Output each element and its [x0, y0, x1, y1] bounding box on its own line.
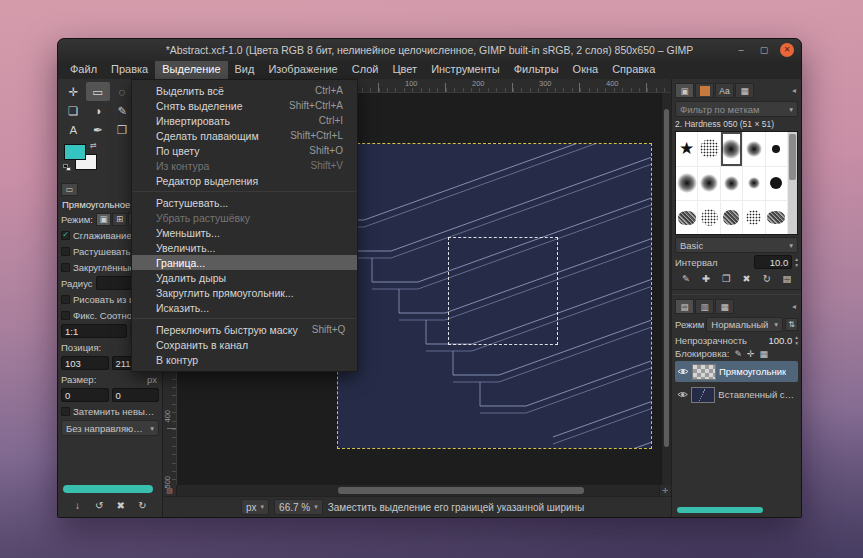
layer-mode-combo[interactable]: Нормальный ▾ — [706, 317, 783, 332]
menu-select[interactable]: Выделение — [155, 61, 227, 79]
spin-down-icon[interactable]: ▾ — [795, 262, 798, 268]
layer-thumbnail[interactable] — [692, 364, 716, 380]
layer-row-pasted[interactable]: Вставленный слой — [675, 384, 798, 405]
menu-item-select-all[interactable]: Выделить всё Ctrl+A — [132, 83, 357, 98]
vertical-scrollbar[interactable] — [661, 93, 671, 485]
menu-tools[interactable]: Инструменты — [424, 61, 507, 79]
menu-item-select-none[interactable]: Снять выделение Shift+Ctrl+A — [132, 98, 357, 113]
brush-thumbnail[interactable] — [698, 132, 720, 167]
spin-down-icon[interactable]: ▾ — [795, 340, 798, 346]
brush-thumbnail[interactable] — [721, 201, 743, 234]
new-brush-icon[interactable]: ✚ — [698, 271, 714, 286]
feather-checkbox[interactable] — [61, 247, 70, 256]
gradients-tab-icon[interactable]: ▦ — [735, 83, 754, 98]
fixed-checkbox[interactable] — [61, 311, 70, 320]
visibility-eye-icon[interactable] — [677, 367, 689, 376]
edit-brush-icon[interactable]: ✎ — [678, 271, 694, 286]
guides-combo[interactable]: Без направляющих ▾ — [61, 420, 159, 436]
menu-view[interactable]: Вид — [228, 61, 262, 79]
brush-thumbnail[interactable] — [721, 167, 743, 202]
visibility-eye-icon[interactable] — [677, 390, 688, 399]
highlight-checkbox[interactable] — [61, 407, 70, 416]
zoom-combo[interactable]: 66.7 % ▾ — [274, 499, 323, 515]
menu-colors[interactable]: Цвет — [385, 61, 424, 79]
brush-thumbnail-selected[interactable] — [721, 132, 743, 167]
menu-item-selection-editor[interactable]: Редактор выделения — [132, 173, 357, 188]
menu-item-by-color[interactable]: По цвету Shift+O — [132, 143, 357, 158]
move-tool-icon[interactable]: ✛ — [61, 82, 86, 101]
image-layer-boundary[interactable] — [338, 144, 651, 448]
brush-thumbnail[interactable] — [698, 201, 720, 234]
brush-thumbnail-star[interactable]: ★ — [676, 132, 698, 167]
layers-hscrollbar[interactable] — [677, 507, 763, 513]
menu-item-rounded-rectangle[interactable]: Закруглить прямоугольник... — [132, 285, 357, 300]
brush-thumbnail[interactable] — [743, 132, 765, 167]
brushes-tab-icon[interactable]: ▣ — [675, 83, 694, 98]
lock-position-icon[interactable]: ✛ — [747, 349, 755, 359]
dock-splitter[interactable] — [672, 289, 801, 295]
duplicate-brush-icon[interactable]: ❐ — [718, 271, 734, 286]
layer-row-rectangle[interactable]: Прямоугольник — [675, 361, 798, 382]
layer-name[interactable]: Прямоугольник — [719, 366, 786, 377]
opacity-spinner[interactable]: ▴ ▾ — [795, 334, 798, 346]
mode-replace-icon[interactable]: ▣ — [96, 213, 111, 226]
paths-tab-icon[interactable]: ▦ — [715, 299, 734, 314]
reset-tool-icon[interactable]: ↻ — [134, 498, 151, 513]
ink-tool-icon[interactable]: ✒ — [86, 120, 111, 139]
expand-from-center-checkbox[interactable] — [61, 295, 70, 304]
brush-thumbnail[interactable] — [698, 167, 720, 202]
horizontal-scrollbar[interactable] — [177, 485, 659, 496]
menu-image[interactable]: Изображение — [261, 61, 344, 79]
delete-preset-icon[interactable]: ✖ — [112, 498, 129, 513]
menu-item-to-path[interactable]: В контур — [132, 352, 357, 367]
brush-thumbnail[interactable] — [743, 167, 765, 202]
menu-item-toggle-quick-mask[interactable]: Переключить быструю маску Shift+Q — [132, 322, 357, 337]
horizontal-scrollbar-thumb[interactable] — [338, 487, 584, 494]
highlight-option[interactable]: Затемнить невыделенное — [61, 404, 159, 418]
lock-alpha-icon[interactable]: ▦ — [760, 349, 769, 359]
menu-file[interactable]: Файл — [63, 61, 104, 79]
fonts-tab-icon[interactable]: Aa — [715, 83, 734, 98]
menu-item-grow[interactable]: Увеличить... — [132, 240, 357, 255]
brush-thumbnail[interactable] — [676, 201, 698, 234]
channels-tab-icon[interactable]: ▥ — [695, 299, 714, 314]
brush-thumbnail[interactable] — [743, 201, 765, 234]
titlebar[interactable]: *Abstract.xcf-1.0 (Цвета RGB 8 бит, нели… — [58, 39, 801, 61]
ratio-entry[interactable]: 1:1 — [61, 324, 127, 338]
spacing-spinner[interactable]: ▴ ▾ — [795, 256, 798, 268]
menu-item-float[interactable]: Сделать плавающим Shift+Ctrl+L — [132, 128, 357, 143]
size-height-entry[interactable]: 0 — [112, 388, 160, 402]
save-preset-icon[interactable]: ↓ — [69, 498, 86, 513]
menu-item-shrink[interactable]: Уменьшить... — [132, 225, 357, 240]
tool-options-hscrollbar[interactable] — [63, 485, 153, 493]
mode-add-icon[interactable]: ⊞ — [112, 213, 127, 226]
rectangle-select-tool-icon[interactable]: ▭ — [86, 82, 111, 101]
menu-item-invert[interactable]: Инвертировать Ctrl+I — [132, 113, 357, 128]
brush-thumbnail[interactable] — [676, 167, 698, 202]
selection-marching-ants[interactable] — [448, 237, 558, 345]
minimize-button[interactable]: – — [734, 43, 748, 57]
spacing-entry[interactable]: 10.0 — [754, 255, 792, 269]
menu-item-feather[interactable]: Растушевать... — [132, 195, 357, 210]
vertical-scrollbar-thumb[interactable] — [664, 109, 669, 447]
layer-name[interactable]: Вставленный слой — [718, 389, 796, 400]
position-x-entry[interactable]: 103 — [61, 356, 109, 370]
crop-tool-icon[interactable]: ❏ — [61, 101, 86, 120]
size-unit[interactable]: px — [147, 374, 159, 385]
menu-filters[interactable]: Фильтры — [507, 61, 566, 79]
menu-windows[interactable]: Окна — [566, 61, 606, 79]
refresh-brushes-icon[interactable]: ↻ — [759, 271, 775, 286]
layer-thumbnail[interactable] — [691, 387, 715, 403]
open-as-image-icon[interactable]: ▤ — [779, 271, 795, 286]
menu-layer[interactable]: Слой — [345, 61, 386, 79]
rounded-corners-checkbox[interactable] — [61, 263, 70, 272]
brush-filter-input[interactable]: Фильтр по меткам ▾ — [675, 101, 798, 117]
layers-tab-icon[interactable]: ▤ — [675, 299, 694, 314]
mode-switch-icon[interactable]: ⇅ — [785, 318, 798, 331]
size-width-entry[interactable]: 0 — [61, 388, 109, 402]
menu-item-border[interactable]: Граница... — [132, 255, 357, 270]
close-button[interactable]: ✕ — [780, 43, 794, 57]
brush-group-combo[interactable]: Basic ▾ — [675, 237, 798, 253]
brush-grid-scrollbar[interactable] — [788, 132, 797, 234]
menu-item-remove-holes[interactable]: Удалить дыры — [132, 270, 357, 285]
